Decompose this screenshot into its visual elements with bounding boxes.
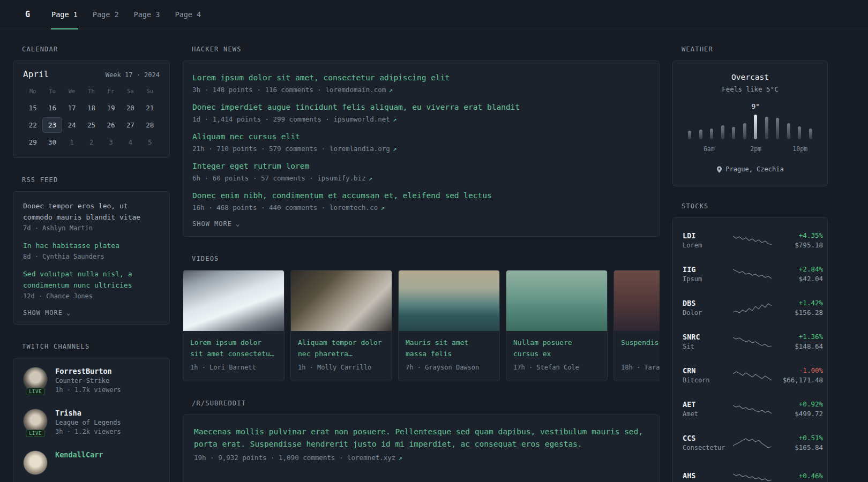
- dashboard-content: CALENDAR April Week 17 · 2024 Mo Tu We T…: [0, 29, 868, 482]
- twitch-channel-row[interactable]: LIVE Trisha League of Legends 3h · 1.2k …: [23, 409, 160, 439]
- rss-item-meta: 12d · Chance Jones: [23, 292, 160, 300]
- location-pin-icon: [716, 166, 722, 173]
- calendar-day: 21: [140, 100, 160, 116]
- hn-story-link[interactable]: Lorem ipsum dolor sit amet, consectetur …: [192, 72, 650, 84]
- stock-row[interactable]: CRN Bitcorn -1.00% $66,171.48: [683, 358, 818, 392]
- app-logo: G: [25, 10, 30, 19]
- subreddit-post-link[interactable]: Maecenas mollis pulvinar erat non posuer…: [194, 426, 648, 450]
- video-meta: 1h · Molly Carrillo: [298, 364, 385, 371]
- stock-price: $66,171.48: [772, 376, 823, 384]
- hn-story-link[interactable]: Aliquam nec cursus elit: [192, 131, 650, 142]
- weather-hour-labels: 6am 2pm 10pm: [687, 145, 813, 153]
- stock-name: Bitcorn: [683, 376, 733, 384]
- subreddit-post-meta: 19h · 9,932 points · 1,090 comments · lo…: [194, 454, 648, 462]
- hn-show-more-button[interactable]: SHOW MORE⌄: [192, 220, 240, 228]
- stock-price: $156.28: [772, 308, 823, 317]
- twitch-channel-row[interactable]: LIVE ForrestBurton Counter-Strike 1h · 1…: [23, 367, 160, 397]
- video-card[interactable]: Lorem ipsum dolor sit amet consectetu… 1…: [183, 270, 285, 381]
- hn-story-link[interactable]: Donec imperdiet augue tincidunt felis al…: [192, 101, 650, 113]
- tab-page-2[interactable]: Page 2: [85, 0, 126, 29]
- channel-name: Trisha: [55, 409, 121, 417]
- avatar-wrapper: LIVE: [23, 367, 48, 391]
- calendar-day: 15: [23, 100, 42, 116]
- stock-row[interactable]: IIG Ipsum +2.84% $42.04: [683, 257, 818, 291]
- stock-row[interactable]: AET Amet +0.92% $499.72: [683, 392, 818, 426]
- hn-story-link[interactable]: Integer eget rutrum lorem: [192, 160, 650, 172]
- video-card[interactable]: Suspendisse diam 18h · Tara: [613, 270, 660, 381]
- video-meta: 18h · Tara: [621, 364, 660, 371]
- weekday-label: Su: [140, 85, 160, 99]
- external-link-icon: ↗: [369, 174, 373, 182]
- calendar-day: 28: [140, 117, 160, 133]
- weather-bar: [721, 125, 724, 139]
- hn-story-meta-text: 16h · 468 points · 440 comments · loremt…: [192, 204, 378, 212]
- stock-values: -1.00% $66,171.48: [772, 366, 823, 384]
- calendar-day: 22: [23, 117, 42, 133]
- rss-item-link[interactable]: Sed volutpat nulla nisl, a condimentum n…: [23, 268, 160, 291]
- section-label-subreddit: /R/SUBREDDIT: [192, 400, 660, 407]
- stock-change: +0.46%: [772, 472, 823, 480]
- video-title-link[interactable]: Mauris sit amet massa felis: [406, 337, 492, 359]
- subreddit-card: Maecenas mollis pulvinar erat non posuer…: [183, 415, 660, 482]
- stock-row[interactable]: LDI Lorem +4.35% $795.18: [683, 223, 818, 257]
- video-card[interactable]: Nullam posuere cursus ex 17h · Stefan Co…: [506, 270, 608, 381]
- section-label-weather: WEATHER: [682, 46, 828, 53]
- stock-row[interactable]: SNRC Sit +1.36% $148.64: [683, 325, 818, 358]
- stock-id: LDI Lorem: [683, 231, 733, 249]
- hn-story-link[interactable]: Donec enim nibh, condimentum et accumsan…: [192, 190, 650, 201]
- right-column: WEATHER Overcast Feels like 5°C 9° 6am 2…: [672, 46, 828, 482]
- show-more-label: SHOW MORE: [23, 309, 63, 317]
- weather-bar: [699, 130, 702, 139]
- stock-change: +2.84%: [772, 265, 823, 273]
- stock-id: SNRC Sit: [683, 333, 733, 350]
- stock-row[interactable]: CCS Consectetur +0.51% $165.84: [683, 426, 818, 460]
- rss-item-link[interactable]: In hac habitasse platea: [23, 240, 160, 251]
- stock-id: IIG Ipsum: [683, 265, 733, 283]
- video-title-link[interactable]: Nullam posuere cursus ex: [513, 337, 600, 359]
- video-card[interactable]: Aliquam tempor dolor nec pharetra… 1h · …: [290, 270, 392, 381]
- calendar-day: 27: [121, 117, 140, 133]
- video-title-link[interactable]: Aliquam tempor dolor nec pharetra…: [298, 337, 385, 359]
- videos-row: Lorem ipsum dolor sit amet consectetu… 1…: [183, 270, 660, 381]
- external-link-icon: ↗: [380, 204, 385, 212]
- stock-name: Dolor: [683, 309, 733, 317]
- video-title-link[interactable]: Lorem ipsum dolor sit amet consectetu…: [190, 337, 277, 359]
- channel-name: KendallCarr: [55, 450, 103, 459]
- video-title-link[interactable]: Suspendisse diam: [621, 337, 660, 359]
- tab-page-4[interactable]: Page 4: [167, 0, 208, 29]
- calendar-day-next-month: 5: [140, 134, 160, 150]
- stock-values: +2.84% $42.04: [772, 265, 823, 283]
- tab-page-3[interactable]: Page 3: [126, 0, 168, 29]
- hn-story-meta-text: 3h · 148 points · 116 comments · loremdo…: [192, 86, 386, 94]
- video-thumbnail: [399, 270, 499, 331]
- stock-row[interactable]: AHS +0.46%: [683, 460, 818, 482]
- hacker-news-card: Lorem ipsum dolor sit amet, consectetur …: [183, 61, 660, 237]
- rss-widget: RSS FEED Donec tempor eros leo, ut commo…: [13, 176, 170, 325]
- weekday-label: Mo: [23, 85, 42, 99]
- rss-show-more-button[interactable]: SHOW MORE⌄: [23, 309, 71, 317]
- stock-values: +0.46%: [772, 472, 823, 481]
- stock-row[interactable]: DBS Dolor +1.42% $156.28: [683, 291, 818, 325]
- video-card[interactable]: Mauris sit amet massa felis 7h · Grayson…: [398, 270, 500, 381]
- hn-story-meta: 6h · 60 points · 57 comments · ipsumify.…: [192, 174, 650, 182]
- twitch-channel-row[interactable]: KendallCarr: [23, 450, 160, 480]
- weather-card: Overcast Feels like 5°C 9° 6am 2pm 10pm …: [672, 61, 828, 186]
- stock-change: +1.36%: [772, 333, 823, 341]
- stock-change: +1.42%: [772, 299, 823, 307]
- video-meta: 7h · Grayson Dawson: [406, 364, 492, 371]
- stock-sparkline: [733, 335, 772, 349]
- section-label-hacker-news: HACKER NEWS: [192, 46, 660, 53]
- weather-bar: [787, 123, 790, 139]
- channel-info: ForrestBurton Counter-Strike 1h · 1.7k v…: [55, 367, 121, 397]
- calendar-day: 19: [101, 100, 121, 116]
- video-meta: 1h · Lori Barnett: [190, 364, 277, 371]
- calendar-day: 17: [62, 100, 81, 116]
- live-badge: LIVE: [26, 430, 45, 437]
- weather-bar: [798, 126, 801, 139]
- video-thumbnail: [183, 270, 284, 331]
- video-body: Aliquam tempor dolor nec pharetra… 1h · …: [291, 331, 392, 381]
- rss-item-link[interactable]: Donec tempor eros leo, ut commodo mauris…: [23, 200, 160, 223]
- current-temperature-label: 9°: [752, 102, 760, 110]
- tab-page-1[interactable]: Page 1: [44, 0, 85, 29]
- stock-id: AHS: [683, 471, 733, 481]
